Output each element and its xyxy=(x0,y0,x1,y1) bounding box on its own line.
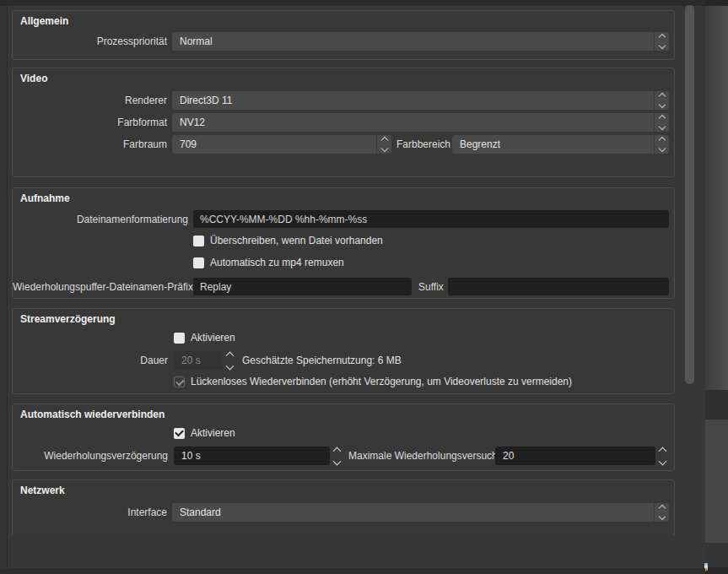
group-video: Video Renderer Direct3D 11 Farbformat NV… xyxy=(12,68,675,177)
background-window-dark-block xyxy=(705,390,728,420)
combo-spinner xyxy=(654,113,669,132)
background-window-panel xyxy=(705,6,728,390)
color-space-label: Farbraum xyxy=(13,135,167,154)
group-title-aufnahme: Aufnahme xyxy=(20,192,70,204)
gapless-reconnect-label: Lückenloses Wiederverbinden (erhöht Verz… xyxy=(191,376,572,388)
chevron-down-icon xyxy=(658,513,665,520)
max-retries-spinbox[interactable]: 20 xyxy=(495,447,655,465)
background-window-footer xyxy=(705,543,728,567)
streamdelay-enable-label: Aktivieren xyxy=(191,333,235,344)
chevron-down-icon xyxy=(658,145,665,152)
reconnect-enable-checkbox[interactable] xyxy=(174,428,185,439)
combo-spinner xyxy=(654,91,669,110)
process-priority-value: Normal xyxy=(172,35,654,47)
group-title-streamdelay: Streamverzögerung xyxy=(20,313,116,325)
background-window-rows xyxy=(705,420,728,543)
group-title-netzwerk: Netzwerk xyxy=(20,485,65,496)
group-title-allgemein: Allgemein xyxy=(20,15,68,27)
duration-spinbox[interactable]: 20 s xyxy=(174,351,222,370)
chevron-up-icon xyxy=(658,505,665,512)
check-icon xyxy=(175,377,185,387)
interface-select[interactable]: Standard xyxy=(172,503,669,522)
group-netzwerk: Netzwerk Interface Standard xyxy=(12,479,675,535)
combo-spinner xyxy=(654,32,669,51)
replay-suffix-label: Suffix xyxy=(418,278,447,296)
scrollbar-handle[interactable] xyxy=(685,5,694,384)
duration-label: Dauer xyxy=(13,351,168,370)
dialog-top-edge xyxy=(0,0,728,6)
renderer-select[interactable]: Direct3D 11 xyxy=(172,91,669,110)
chevron-up-icon xyxy=(658,34,665,41)
color-format-label: Farbformat xyxy=(13,113,167,132)
chevron-down-icon xyxy=(658,42,665,49)
group-allgemein: Allgemein Prozesspriorität Normal xyxy=(12,10,675,60)
combo-spinner xyxy=(654,135,669,154)
chevron-down-icon xyxy=(380,145,387,152)
replay-prefix-label: Wiederholungspuffer-Dateinamen-Präfix xyxy=(13,278,188,296)
chevron-up-icon xyxy=(380,137,387,144)
remux-checkbox-label: Automatisch zu mp4 remuxen xyxy=(210,257,344,269)
estimated-memory-text: Geschätzte Speichernutzung: 6 MB xyxy=(242,351,402,370)
process-priority-select[interactable]: Normal xyxy=(172,32,669,51)
overwrite-checkbox-label: Überschreiben, wenn Datei vorhanden xyxy=(210,236,383,247)
renderer-value: Direct3D 11 xyxy=(172,95,654,106)
max-retries-label: Maximale Wiederholungsversuche xyxy=(348,447,488,465)
process-priority-label: Prozesspriorität xyxy=(13,32,167,51)
settings-advanced-page: { "sections": { "allgemein": { "title": … xyxy=(0,0,728,574)
chevron-down-icon xyxy=(658,123,665,130)
chevron-down-icon xyxy=(658,101,665,108)
chevron-up-icon xyxy=(658,137,665,144)
streamdelay-enable-checkbox[interactable] xyxy=(174,333,185,344)
color-space-value: 709 xyxy=(172,138,376,150)
reconnect-enable-label: Aktivieren xyxy=(191,428,235,440)
group-streamdelay: Streamverzögerung Aktivieren Dauer 20 s … xyxy=(12,308,675,394)
background-window-bottom xyxy=(705,567,728,574)
retry-delay-spinbox[interactable]: 10 s xyxy=(174,447,330,465)
combo-spinner xyxy=(376,135,391,154)
group-aufnahme: Aufnahme Dateinamenformatierung Überschr… xyxy=(12,187,675,299)
interface-label: Interface xyxy=(13,503,167,522)
color-range-select[interactable]: Begrenzt xyxy=(452,135,669,154)
filename-format-input[interactable] xyxy=(193,210,669,228)
color-range-label: Farbbereich xyxy=(396,135,456,154)
group-title-video: Video xyxy=(20,73,47,84)
chevron-up-icon[interactable] xyxy=(333,447,342,455)
retry-delay-label: Wiederholungsverzögerung xyxy=(13,447,168,465)
dialog-bottom-edge xyxy=(0,568,705,574)
renderer-label: Renderer xyxy=(13,91,167,110)
chevron-down-icon[interactable] xyxy=(659,457,667,465)
group-title-reconnect: Automatisch wiederverbinden xyxy=(20,409,164,420)
retry-delay-spin-arrows[interactable] xyxy=(331,447,343,465)
color-format-select[interactable]: NV12 xyxy=(172,113,669,132)
filename-format-label: Dateinamenformatierung xyxy=(13,210,188,229)
color-space-select[interactable]: 709 xyxy=(172,135,391,154)
color-range-value: Begrenzt xyxy=(452,138,654,150)
remux-checkbox[interactable] xyxy=(193,257,204,268)
dialog-left-edge xyxy=(0,6,8,574)
replay-suffix-input[interactable] xyxy=(448,278,669,295)
color-format-value: NV12 xyxy=(172,116,654,128)
chevron-up-icon xyxy=(658,93,665,100)
background-window-top xyxy=(705,0,728,6)
background-window-strip xyxy=(705,0,728,574)
replay-prefix-input[interactable] xyxy=(193,278,412,295)
chevron-up-icon[interactable] xyxy=(226,351,235,360)
combo-spinner xyxy=(654,503,669,522)
group-reconnect: Automatisch wiederverbinden Aktivieren W… xyxy=(12,403,675,471)
chevron-up-icon[interactable] xyxy=(659,447,667,455)
check-icon xyxy=(175,428,184,437)
chevron-down-icon[interactable] xyxy=(226,361,235,370)
overwrite-checkbox[interactable] xyxy=(193,236,204,246)
duration-spin-arrows[interactable] xyxy=(224,351,236,370)
chevron-down-icon[interactable] xyxy=(333,457,342,465)
interface-value: Standard xyxy=(172,506,654,518)
gapless-reconnect-checkbox[interactable] xyxy=(174,376,185,387)
chevron-up-icon xyxy=(658,115,665,122)
max-retries-spin-arrows[interactable] xyxy=(656,447,669,465)
